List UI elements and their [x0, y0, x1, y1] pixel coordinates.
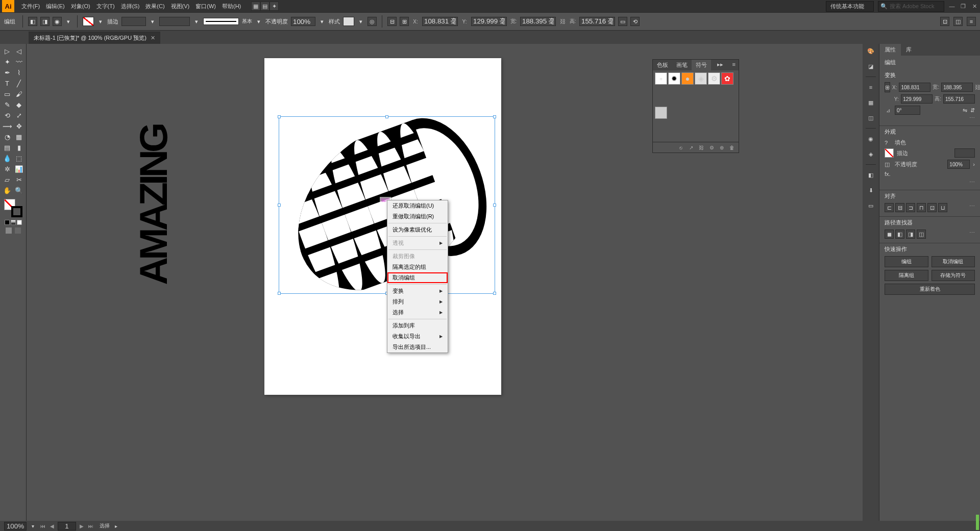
stroke-weight-input[interactable]: [121, 17, 146, 26]
symbol-item[interactable]: ●: [681, 72, 694, 85]
link-wh-icon[interactable]: ⛓: [975, 84, 980, 90]
eraser-tool-icon[interactable]: ◆: [13, 99, 24, 110]
line-tool-icon[interactable]: ╱: [13, 78, 24, 88]
stroke-color[interactable]: [11, 206, 22, 217]
graphic-style-dropdown[interactable]: ▾: [357, 17, 364, 26]
recolor-art-icon[interactable]: ◎: [368, 17, 377, 26]
delete-symbol-icon[interactable]: 🗑: [728, 144, 736, 151]
recolor-dropdown[interactable]: ▾: [65, 17, 72, 26]
zoom-input[interactable]: [4, 522, 27, 530]
gpu-icon[interactable]: ✦: [270, 2, 279, 11]
brush-dropdown[interactable]: ▾: [255, 17, 262, 26]
fill-swatch[interactable]: [83, 17, 94, 26]
edit-envelope-icon[interactable]: ◨: [40, 17, 50, 26]
dock-artboards-icon[interactable]: ▭: [866, 200, 876, 211]
edit-contents-icon[interactable]: ◧: [28, 17, 37, 26]
isolate-icon[interactable]: ⊡: [940, 17, 949, 26]
align-top-icon[interactable]: ⊓: [917, 203, 926, 212]
menu-effect[interactable]: 效果(C): [142, 3, 167, 10]
symbol-item[interactable]: ✿: [721, 72, 733, 85]
w-input[interactable]: [520, 17, 556, 26]
menu-type[interactable]: 文字(T): [93, 3, 118, 10]
symbol-options-icon[interactable]: ⚙: [708, 144, 715, 151]
width-tool-icon[interactable]: ⟿: [2, 121, 13, 131]
symbol-libraries-icon[interactable]: ⎋: [677, 144, 684, 151]
curvature-tool-icon[interactable]: ⌇: [13, 67, 24, 78]
symbol-sprayer-tool-icon[interactable]: ✲: [2, 164, 13, 174]
fill-stroke-control[interactable]: [4, 199, 22, 217]
btn-isolate[interactable]: 隔离组: [885, 270, 928, 281]
panel-tab-brushes[interactable]: 画笔: [672, 60, 692, 70]
align-right-icon[interactable]: ⊐: [906, 203, 915, 212]
rectangle-tool-icon[interactable]: ▭: [2, 89, 13, 99]
shape-builder-tool-icon[interactable]: ◔: [2, 132, 13, 142]
dock-stroke-icon[interactable]: ≡: [866, 82, 876, 92]
ctx-ungroup[interactable]: 取消编组: [387, 272, 448, 283]
new-symbol-icon[interactable]: ⊕: [718, 144, 725, 151]
scale-tool-icon[interactable]: ⤢: [13, 110, 24, 120]
slice-tool-icon[interactable]: ✂: [13, 174, 24, 185]
mask-icon[interactable]: ◫: [953, 17, 963, 26]
props-w-input[interactable]: [941, 83, 973, 92]
btn-save-symbol[interactable]: 存储为符号: [932, 270, 975, 281]
fill-dropdown[interactable]: ▾: [97, 17, 104, 26]
handle-bl[interactable]: [278, 292, 281, 295]
dock-color-guide-icon[interactable]: ◪: [866, 61, 876, 71]
search-stock-input[interactable]: 🔍搜索 Adobe Stock: [878, 1, 944, 12]
x-input[interactable]: [422, 17, 458, 26]
close-tab-icon[interactable]: ✕: [151, 35, 155, 41]
panel-tab-symbols[interactable]: 符号: [692, 60, 711, 70]
link-wh-icon[interactable]: ⛓: [559, 18, 566, 24]
align-hcenter-icon[interactable]: ⊟: [895, 203, 904, 212]
pen-tool-icon[interactable]: ✒: [2, 67, 13, 78]
dock-appearance-icon[interactable]: ◉: [866, 134, 876, 144]
more-options-icon[interactable]: ⋯: [885, 179, 975, 186]
stroke-weight-dropdown[interactable]: ▾: [149, 17, 156, 26]
handle-t[interactable]: [385, 115, 388, 118]
window-minimize-icon[interactable]: —: [948, 3, 955, 10]
handle-br[interactable]: [493, 292, 496, 295]
workspace-switcher[interactable]: 传统基本功能: [826, 1, 874, 12]
type-tool-icon[interactable]: T: [2, 78, 13, 88]
artboard-tool-icon[interactable]: ▱: [2, 174, 13, 185]
symbol-item[interactable]: ▫: [655, 72, 667, 85]
free-transform-tool-icon[interactable]: ✥: [13, 121, 24, 131]
dock-color-icon[interactable]: 🎨: [866, 46, 876, 56]
ctx-redo[interactable]: 重做取消编组(R): [387, 211, 448, 222]
swatch-gradient[interactable]: [11, 220, 16, 225]
pathfinder-intersect-icon[interactable]: ◨: [906, 230, 915, 239]
handle-tr[interactable]: [493, 115, 496, 118]
next-artboard-icon[interactable]: ▶: [78, 523, 85, 529]
more-options-icon[interactable]: ⋯: [885, 115, 975, 121]
graph-tool-icon[interactable]: 📊: [13, 164, 24, 174]
hand-tool-icon[interactable]: ✋: [2, 185, 13, 195]
draw-normal-icon[interactable]: [6, 227, 12, 234]
selection-tool-icon[interactable]: ▷: [2, 46, 13, 56]
menu-help[interactable]: 帮助(H): [219, 3, 244, 10]
arrange-docs-icon[interactable]: ▤: [260, 2, 270, 11]
handle-l[interactable]: [278, 204, 281, 207]
handle-r[interactable]: [493, 204, 496, 207]
menu-object[interactable]: 对象(O): [68, 3, 93, 10]
symbol-item[interactable]: ✹: [668, 72, 680, 85]
opacity-input[interactable]: [291, 17, 315, 26]
swatch-none[interactable]: [17, 220, 22, 225]
break-link-icon[interactable]: ⛓: [698, 144, 705, 151]
paintbrush-tool-icon[interactable]: 🖌: [13, 89, 24, 99]
stroke-variable-dropdown[interactable]: ▾: [193, 17, 200, 26]
more-options-icon[interactable]: ⋯: [969, 230, 975, 239]
dock-asset-export-icon[interactable]: ⬇: [866, 185, 876, 195]
opacity-dropdown[interactable]: ▾: [318, 17, 326, 26]
btn-group[interactable]: 编组: [885, 256, 928, 267]
ctx-undo[interactable]: 还原取消编组(U): [387, 200, 448, 211]
handle-tl[interactable]: [278, 115, 281, 118]
panel-menu-icon[interactable]: ≡: [729, 60, 739, 70]
transform-icon[interactable]: ⟲: [630, 17, 640, 26]
dock-gradient-icon[interactable]: ▦: [866, 97, 876, 108]
perspective-tool-icon[interactable]: ▦: [13, 132, 24, 142]
align-bottom-icon[interactable]: ⊔: [938, 203, 947, 212]
menu-window[interactable]: 窗口(W): [192, 3, 219, 10]
zoom-tool-icon[interactable]: 🔍: [13, 185, 24, 195]
btn-recolor[interactable]: 重新着色: [885, 284, 975, 295]
pathfinder-exclude-icon[interactable]: ◫: [917, 230, 926, 239]
